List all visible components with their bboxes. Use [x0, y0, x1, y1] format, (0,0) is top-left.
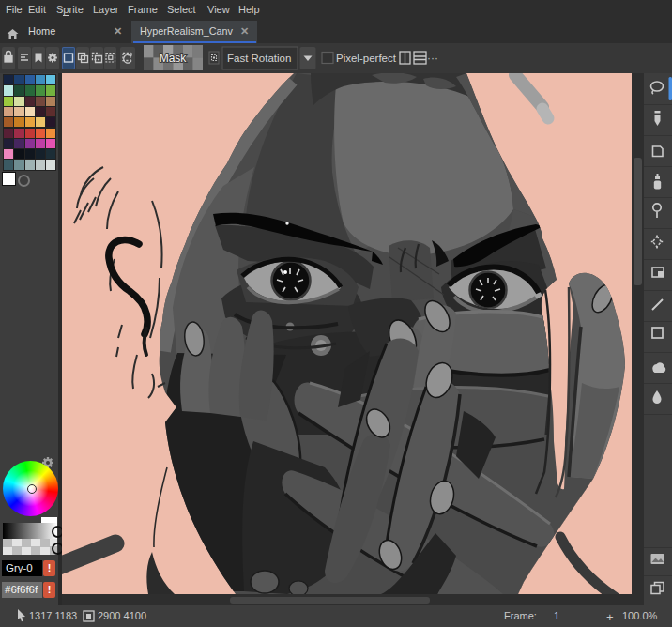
- svg-text:···: ···: [427, 52, 438, 65]
- svg-text:Pixel-perfect: Pixel-perfect: [336, 53, 397, 64]
- svg-text:Mask: Mask: [160, 52, 188, 65]
- svg-text:Fast Rotation: Fast Rotation: [227, 53, 291, 64]
